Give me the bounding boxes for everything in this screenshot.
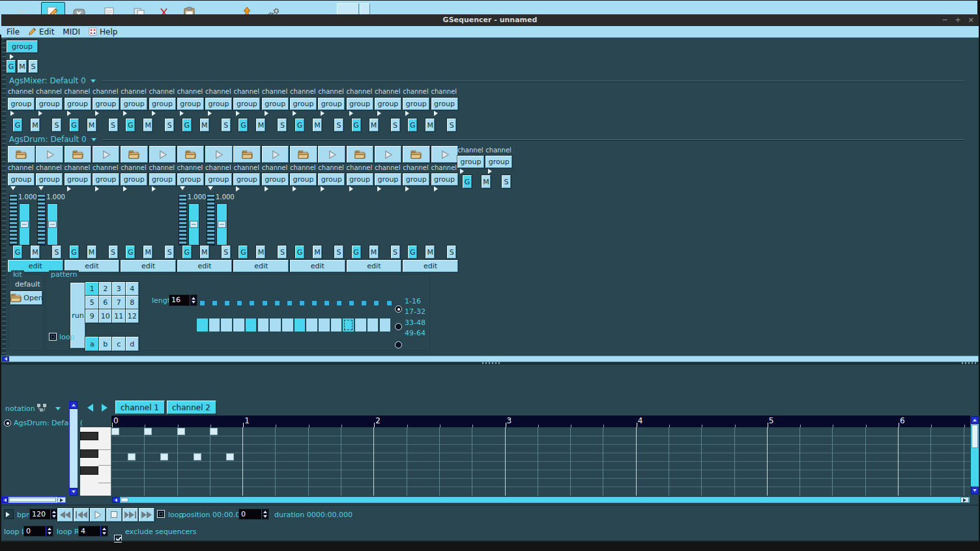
grid-vscrollbar[interactable]: [970, 416, 979, 495]
machine-radio[interactable]: [4, 419, 11, 427]
black-key[interactable]: [80, 449, 98, 458]
pattern-cell[interactable]: [281, 318, 294, 332]
note-block[interactable]: [210, 428, 218, 435]
solo-toggle[interactable]: S: [391, 119, 400, 132]
scroll-left-icon[interactable]: [2, 497, 8, 503]
pattern-cell[interactable]: [245, 318, 257, 332]
expander-icon[interactable]: [265, 186, 271, 191]
mixer-title[interactable]: AgsMixer: Default 0: [9, 76, 964, 85]
edit-tab-button[interactable]: edit: [290, 260, 345, 272]
note-block[interactable]: [194, 453, 201, 460]
drum-title[interactable]: AgsDrum: Default 0: [9, 135, 964, 144]
expander-icon[interactable]: [67, 186, 74, 191]
solo-toggle[interactable]: S: [165, 119, 174, 132]
bank-button[interactable]: b: [99, 337, 113, 351]
volume-slider[interactable]: [216, 203, 227, 246]
pattern-cell[interactable]: [330, 318, 343, 332]
group-button[interactable]: group: [7, 40, 38, 53]
bank-button[interactable]: c: [112, 337, 126, 351]
group-toggle[interactable]: G: [126, 246, 135, 259]
pattern-cell[interactable]: [196, 318, 209, 332]
solo-toggle[interactable]: S: [278, 119, 287, 132]
group-button[interactable]: group: [318, 173, 345, 186]
group-button[interactable]: group: [205, 173, 232, 186]
expander-icon[interactable]: [10, 111, 17, 116]
mute-toggle[interactable]: M: [256, 246, 265, 259]
spin-arrows-icon[interactable]: [50, 509, 57, 519]
tab-next-button[interactable]: [98, 402, 111, 414]
solo-toggle[interactable]: S: [109, 246, 118, 259]
transport-expander[interactable]: [4, 509, 14, 519]
mute-toggle[interactable]: M: [425, 246, 435, 259]
slider-handle[interactable]: [20, 221, 29, 228]
mute-toggle[interactable]: M: [87, 246, 96, 259]
spin-arrows-icon[interactable]: [190, 295, 197, 305]
note-block[interactable]: [226, 453, 234, 460]
group-button[interactable]: group: [290, 98, 317, 110]
mute-toggle[interactable]: M: [143, 246, 152, 259]
group-button[interactable]: group: [318, 98, 345, 110]
expander-icon[interactable]: [460, 169, 467, 174]
group-button[interactable]: group: [65, 173, 91, 186]
solo-toggle[interactable]: S: [334, 119, 343, 132]
close-button[interactable]: ×: [966, 16, 976, 24]
mute-toggle[interactable]: M: [256, 119, 265, 132]
drum-pad-open-button[interactable]: [233, 146, 261, 163]
group-button[interactable]: group: [8, 173, 35, 186]
drum-pad-open-button[interactable]: [403, 146, 430, 163]
pattern-cell[interactable]: [342, 318, 354, 332]
group-button[interactable]: group: [347, 98, 373, 110]
mute-toggle[interactable]: M: [369, 119, 379, 132]
group-button[interactable]: group: [347, 173, 373, 186]
group-button[interactable]: group: [121, 173, 147, 186]
expander-icon[interactable]: [180, 111, 186, 116]
solo-toggle[interactable]: S: [109, 119, 118, 132]
hscroll-thumb[interactable]: [121, 498, 128, 502]
pattern-cell[interactable]: [318, 318, 330, 332]
expander-icon[interactable]: [180, 186, 185, 190]
transport-previous-button[interactable]: [74, 508, 89, 522]
volume-slider[interactable]: [19, 203, 30, 246]
group-toggle[interactable]: G: [182, 119, 192, 132]
group-button[interactable]: group: [205, 98, 232, 110]
expander-icon[interactable]: [236, 111, 242, 116]
group-toggle[interactable]: G: [70, 119, 79, 132]
edit-tab-button[interactable]: edit: [177, 260, 233, 272]
solo-toggle[interactable]: S: [29, 60, 38, 73]
editor-vscrollbar[interactable]: [69, 401, 78, 496]
vscroll-thumb[interactable]: [972, 425, 978, 448]
scroll-left-icon[interactable]: [112, 497, 120, 503]
bank-button[interactable]: a: [85, 337, 99, 351]
mute-toggle[interactable]: M: [18, 60, 27, 73]
mute-toggle[interactable]: M: [200, 246, 209, 259]
grid-hscrollbar[interactable]: [111, 496, 970, 503]
drum-pad-open-button[interactable]: [177, 146, 205, 163]
drum-pad-play-button[interactable]: [375, 146, 402, 163]
minimize-button[interactable]: −: [940, 16, 950, 24]
group-toggle[interactable]: G: [352, 246, 361, 259]
solo-toggle[interactable]: S: [334, 246, 343, 259]
volume-slider[interactable]: [47, 203, 58, 246]
expander-icon[interactable]: [265, 111, 271, 116]
bank-button[interactable]: 8: [126, 296, 139, 309]
expander-icon[interactable]: [377, 186, 384, 191]
machines-hscrollbar[interactable]: [1, 356, 979, 362]
group-toggle[interactable]: G: [352, 119, 361, 132]
timeline-ruler[interactable]: 0123456: [111, 416, 970, 427]
group-toggle[interactable]: G: [295, 119, 304, 132]
expander-icon[interactable]: [349, 186, 356, 191]
pattern-cell[interactable]: [354, 318, 367, 332]
group-button[interactable]: group: [403, 98, 429, 110]
pattern-cell[interactable]: [269, 318, 281, 332]
machines-scroll-strip[interactable]: [2, 38, 6, 356]
expander-icon[interactable]: [123, 111, 130, 116]
offset-radio[interactable]: [395, 305, 402, 313]
group-button[interactable]: group: [375, 98, 401, 110]
scroll-down-icon[interactable]: [971, 487, 979, 494]
group-button[interactable]: group: [93, 98, 119, 110]
length-spinner[interactable]: 16: [169, 294, 197, 306]
expander-icon[interactable]: [349, 111, 356, 116]
solo-toggle[interactable]: S: [222, 246, 231, 259]
transport-next-button[interactable]: [122, 508, 138, 522]
menu-item-midi[interactable]: MIDI: [63, 26, 80, 38]
